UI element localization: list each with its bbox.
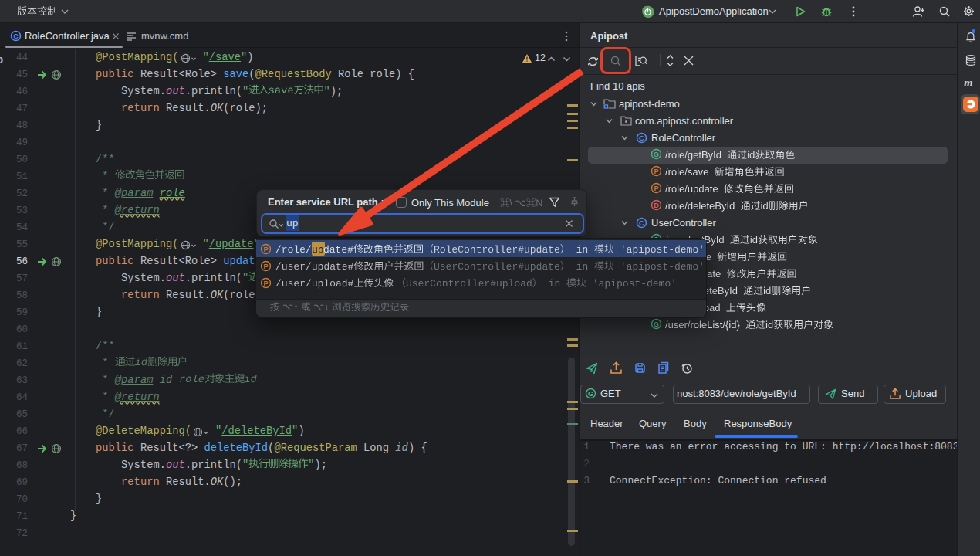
svg-text:P: P [654,185,658,192]
svg-text:C: C [639,134,644,142]
svg-text:P: P [263,263,268,270]
svg-text:G: G [654,320,659,328]
svg-text:P: P [263,246,268,253]
svg-text:P: P [263,280,268,287]
svg-text:D: D [654,202,659,209]
svg-text:C: C [639,219,644,227]
svg-text:P: P [654,168,658,175]
svg-text:G: G [588,390,593,398]
svg-text:C: C [13,32,19,40]
svg-text:G: G [654,151,659,158]
